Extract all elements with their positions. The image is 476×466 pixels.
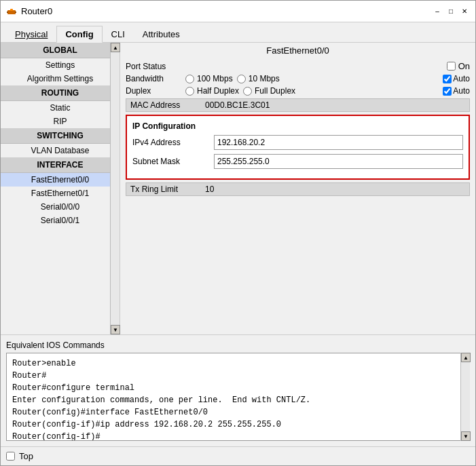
mac-address-row: MAC Address 00D0.BC1E.3C01 — [126, 98, 470, 112]
sidebar-item-algorithm-settings[interactable]: Algorithm Settings — [1, 72, 120, 85]
ip-config-title: IP Configuration — [132, 121, 463, 131]
bandwidth-label: Bandwidth — [126, 74, 180, 83]
tx-ring-value: 10 — [205, 185, 214, 194]
ios-section: Equivalent IOS Commands Router>enable Ro… — [1, 334, 475, 446]
svg-rect-3 — [10, 9, 13, 11]
duplex-auto-group: Auto — [443, 86, 470, 96]
svg-rect-1 — [7, 12, 8, 13]
sidebar-item-serial001[interactable]: Serial0/0/1 — [1, 214, 120, 227]
duplex-row: Duplex Half Duplex Full Duplex Auto — [126, 86, 470, 96]
subnet-input[interactable] — [214, 154, 463, 169]
duplex-full-group: Full Duplex — [243, 86, 295, 96]
sidebar: GLOBAL Settings Algorithm Settings ROUTI… — [1, 43, 120, 334]
window-title: Router0 — [21, 6, 52, 16]
duplex-half-radio[interactable] — [185, 87, 194, 96]
bandwidth-auto-group: Auto — [443, 74, 470, 83]
sidebar-item-settings[interactable]: Settings — [1, 58, 120, 72]
bandwidth-auto-checkbox[interactable] — [443, 75, 452, 83]
ios-scroll-up[interactable]: ▲ — [461, 353, 471, 362]
bandwidth-row: Bandwidth 100 Mbps 10 Mbps Auto — [126, 74, 470, 83]
main-panel: FastEthernet0/0 Port Status On Bandwidth — [120, 43, 475, 334]
duplex-full-label: Full Duplex — [255, 86, 295, 96]
ios-line-3: Router#configure terminal — [12, 382, 464, 394]
scroll-down-button[interactable]: ▼ — [111, 325, 120, 334]
ipv4-input[interactable] — [214, 135, 463, 150]
bandwidth-100-radio[interactable] — [185, 75, 194, 83]
ios-terminal[interactable]: Router>enable Router# Router#configure t… — [6, 353, 470, 441]
main-window: Router0 – □ ✕ Physical Config CLI Attrib… — [0, 0, 476, 466]
duplex-label: Duplex — [126, 86, 180, 96]
top-checkbox[interactable] — [6, 452, 15, 461]
ios-label: Equivalent IOS Commands — [6, 341, 470, 350]
sidebar-item-static[interactable]: Static — [1, 101, 120, 115]
port-status-controls: On — [185, 61, 470, 71]
sidebar-section-global: GLOBAL — [1, 43, 120, 58]
duplex-auto-checkbox[interactable] — [443, 87, 452, 96]
tab-physical[interactable]: Physical — [6, 26, 56, 43]
bandwidth-controls: 100 Mbps 10 Mbps Auto — [185, 74, 470, 83]
port-status-label: Port Status — [126, 62, 180, 71]
close-button[interactable]: ✕ — [459, 6, 470, 17]
scroll-up-button[interactable]: ▲ — [111, 43, 120, 52]
ios-line-6: Router(config-if)#ip address 192.168.20.… — [12, 419, 464, 431]
minimize-button[interactable]: – — [432, 6, 443, 17]
top-label: Top — [19, 451, 33, 461]
sidebar-scroll: GLOBAL Settings Algorithm Settings ROUTI… — [1, 43, 120, 334]
ios-terminal-wrapper: Router>enable Router# Router#configure t… — [6, 353, 470, 441]
subnet-row: Subnet Mask — [132, 154, 463, 169]
interface-title: FastEthernet0/0 — [120, 43, 475, 58]
duplex-auto-label: Auto — [453, 86, 470, 96]
sidebar-section-routing: ROUTING — [1, 85, 120, 101]
ios-scroll-track — [461, 362, 470, 431]
ipv4-row: IPv4 Address — [132, 135, 463, 150]
sidebar-item-fastethernet00[interactable]: FastEthernet0/0 — [1, 173, 120, 187]
ios-line-1: Router>enable — [12, 357, 464, 370]
ios-line-4: Enter configuration commands, one per li… — [12, 394, 464, 406]
tab-config[interactable]: Config — [56, 26, 102, 43]
tx-ring-row: Tx Ring Limit 10 — [126, 182, 470, 196]
port-status-row: Port Status On — [126, 61, 470, 71]
tab-cli[interactable]: CLI — [103, 26, 134, 43]
svg-rect-2 — [15, 12, 16, 13]
sidebar-section-interface: INTERFACE — [1, 157, 120, 173]
subnet-label: Subnet Mask — [132, 157, 214, 166]
duplex-half-label: Half Duplex — [197, 86, 239, 96]
sidebar-item-vlan-database[interactable]: VLAN Database — [1, 144, 120, 157]
interface-content: Port Status On Bandwidth 100 Mbp — [120, 58, 475, 334]
ip-config-box: IP Configuration IPv4 Address Subnet Mas… — [126, 115, 470, 180]
scroll-track — [111, 52, 120, 325]
bandwidth-100-label: 100 Mbps — [197, 74, 233, 83]
port-status-on-label: On — [458, 61, 470, 71]
ipv4-label: IPv4 Address — [132, 138, 214, 147]
sidebar-scrollbar: ▲ ▼ — [110, 43, 120, 334]
ios-line-7: Router(config-if)# — [12, 431, 464, 441]
ios-line-2: Router# — [12, 370, 464, 382]
duplex-half-group: Half Duplex — [185, 86, 239, 96]
bandwidth-10-radio[interactable] — [237, 75, 246, 83]
sidebar-item-fastethernet01[interactable]: FastEthernet0/1 — [1, 187, 120, 200]
title-bar-left: Router0 — [6, 6, 52, 17]
port-status-on-group: On — [447, 61, 470, 71]
ios-scrollbar: ▲ ▼ — [460, 353, 470, 441]
title-bar: Router0 – □ ✕ — [1, 1, 475, 22]
bandwidth-auto-label: Auto — [453, 74, 470, 83]
bandwidth-10-label: 10 Mbps — [249, 74, 280, 83]
sidebar-item-rip[interactable]: RIP — [1, 115, 120, 128]
ios-line-5: Router(config)#interface FastEthernet0/0 — [12, 406, 464, 419]
footer: Top — [1, 446, 475, 465]
ios-scroll-down[interactable]: ▼ — [461, 431, 471, 441]
tab-bar: Physical Config CLI Attributes — [1, 22, 475, 43]
tab-attributes[interactable]: Attributes — [134, 26, 189, 43]
port-status-checkbox[interactable] — [447, 62, 456, 71]
mac-address-value: 00D0.BC1E.3C01 — [205, 100, 270, 110]
bandwidth-100-group: 100 Mbps — [185, 74, 233, 83]
title-controls: – □ ✕ — [432, 6, 470, 17]
bandwidth-10-group: 10 Mbps — [237, 74, 280, 83]
sidebar-item-serial000[interactable]: Serial0/0/0 — [1, 200, 120, 214]
app-icon — [6, 6, 17, 17]
mac-address-label: MAC Address — [130, 100, 205, 110]
maximize-button[interactable]: □ — [445, 6, 456, 17]
duplex-controls: Half Duplex Full Duplex Auto — [185, 86, 470, 96]
tx-ring-label: Tx Ring Limit — [130, 185, 205, 194]
duplex-full-radio[interactable] — [243, 87, 252, 96]
